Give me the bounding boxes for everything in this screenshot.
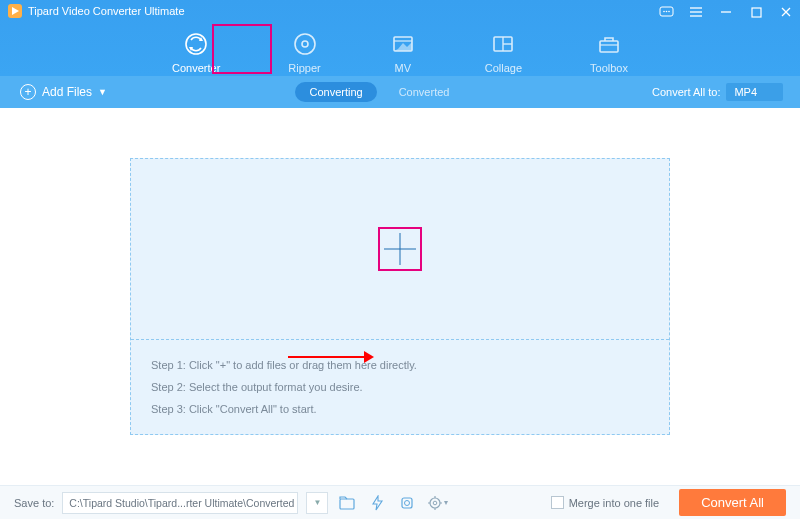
path-dropdown-button[interactable]: ▼ — [306, 492, 328, 514]
collage-icon — [489, 30, 517, 58]
tab-label: Toolbox — [590, 62, 628, 74]
svg-marker-0 — [12, 7, 19, 15]
save-to-label: Save to: — [14, 497, 54, 509]
svg-rect-24 — [340, 499, 354, 509]
svg-point-16 — [302, 41, 308, 47]
step-text: Step 1: Click "+" to add files or drag t… — [151, 354, 649, 376]
svg-point-29 — [433, 501, 437, 505]
plus-icon: + — [20, 84, 36, 100]
convert-all-to-label: Convert All to: — [652, 86, 720, 98]
tab-toolbox[interactable]: Toolbox — [580, 28, 638, 78]
tab-converted[interactable]: Converted — [385, 82, 464, 102]
tab-collage[interactable]: Collage — [475, 28, 532, 78]
tab-label: Collage — [485, 62, 522, 74]
minimize-button[interactable] — [718, 4, 734, 20]
ripper-icon — [291, 30, 319, 58]
open-folder-button[interactable] — [336, 492, 358, 514]
svg-rect-22 — [600, 41, 618, 52]
chevron-down-icon: ▼ — [98, 87, 107, 97]
tab-converting[interactable]: Converting — [295, 82, 376, 102]
output-format-select[interactable]: MP4 — [726, 83, 783, 101]
add-files-button[interactable]: + Add Files ▼ — [20, 84, 107, 100]
feedback-icon[interactable] — [658, 4, 674, 20]
format-value: MP4 — [734, 86, 757, 98]
svg-point-15 — [295, 34, 315, 54]
annotation-arrow — [288, 356, 372, 358]
svg-marker-18 — [394, 42, 412, 51]
drop-zone[interactable]: Step 1: Click "+" to add files or drag t… — [130, 158, 670, 435]
tab-label: MV — [394, 62, 411, 74]
tab-converter[interactable]: Converter — [162, 28, 230, 78]
convert-all-button[interactable]: Convert All — [679, 489, 786, 516]
maximize-button[interactable] — [748, 4, 764, 20]
app-logo — [8, 4, 22, 18]
svg-rect-9 — [752, 8, 761, 17]
tab-ripper[interactable]: Ripper — [278, 28, 330, 78]
menu-icon[interactable] — [688, 4, 704, 20]
svg-point-4 — [668, 10, 670, 12]
hw-accel-button[interactable] — [366, 492, 388, 514]
merge-checkbox[interactable]: Merge into one file — [551, 496, 660, 509]
svg-rect-26 — [402, 498, 412, 508]
mv-icon — [389, 30, 417, 58]
close-button[interactable] — [778, 4, 794, 20]
svg-marker-25 — [373, 496, 382, 510]
converter-icon — [182, 30, 210, 58]
add-file-plus-button[interactable] — [378, 227, 422, 271]
svg-point-2 — [663, 10, 665, 12]
tab-mv[interactable]: MV — [379, 28, 427, 78]
merge-label: Merge into one file — [569, 497, 660, 509]
save-path-value: C:\Tipard Studio\Tipard...rter Ultimate\… — [69, 497, 294, 509]
settings-button[interactable]: ▾ — [426, 492, 448, 514]
tab-label: Ripper — [288, 62, 320, 74]
svg-point-3 — [665, 10, 667, 12]
checkbox-box — [551, 496, 564, 509]
app-title: Tipard Video Converter Ultimate — [28, 5, 185, 17]
tab-label: Converter — [172, 62, 220, 74]
svg-point-28 — [430, 498, 440, 508]
step-text: Step 3: Click "Convert All" to start. — [151, 398, 649, 420]
high-speed-button[interactable] — [396, 492, 418, 514]
step-text: Step 2: Select the output format you des… — [151, 376, 649, 398]
save-path-field[interactable]: C:\Tipard Studio\Tipard...rter Ultimate\… — [62, 492, 298, 514]
svg-point-27 — [405, 500, 410, 505]
add-files-label: Add Files — [42, 85, 92, 99]
toolbox-icon — [595, 30, 623, 58]
